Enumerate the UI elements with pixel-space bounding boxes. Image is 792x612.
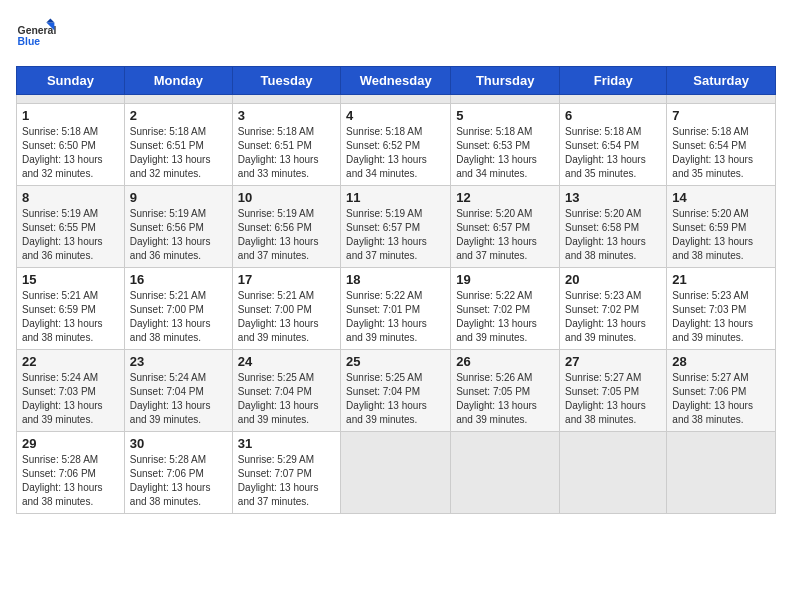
calendar-cell: 16 Sunrise: 5:21 AM Sunset: 7:00 PM Dayl… — [124, 268, 232, 350]
sunrise-label: Sunrise: 5:26 AM — [456, 372, 532, 383]
sunrise-label: Sunrise: 5:21 AM — [130, 290, 206, 301]
daylight-minutes: and 32 minutes. — [130, 168, 201, 179]
daylight-label: Daylight: 13 hours — [22, 400, 103, 411]
daylight-label: Daylight: 13 hours — [346, 318, 427, 329]
calendar-cell: 4 Sunrise: 5:18 AM Sunset: 6:52 PM Dayli… — [341, 104, 451, 186]
calendar-cell: 28 Sunrise: 5:27 AM Sunset: 7:06 PM Dayl… — [667, 350, 776, 432]
daylight-minutes: and 38 minutes. — [22, 496, 93, 507]
sunrise-label: Sunrise: 5:21 AM — [22, 290, 98, 301]
sunset-label: Sunset: 7:03 PM — [22, 386, 96, 397]
daylight-label: Daylight: 13 hours — [346, 400, 427, 411]
sunrise-label: Sunrise: 5:18 AM — [565, 126, 641, 137]
daylight-label: Daylight: 13 hours — [130, 400, 211, 411]
day-number: 5 — [456, 108, 554, 123]
day-number: 21 — [672, 272, 770, 287]
dow-header-thursday: Thursday — [451, 67, 560, 95]
daylight-label: Daylight: 13 hours — [238, 318, 319, 329]
day-number: 7 — [672, 108, 770, 123]
daylight-minutes: and 39 minutes. — [130, 414, 201, 425]
sunrise-label: Sunrise: 5:28 AM — [22, 454, 98, 465]
daylight-label: Daylight: 13 hours — [238, 400, 319, 411]
sunset-label: Sunset: 7:00 PM — [238, 304, 312, 315]
sunset-label: Sunset: 6:50 PM — [22, 140, 96, 151]
day-number: 17 — [238, 272, 335, 287]
sunset-label: Sunset: 6:51 PM — [238, 140, 312, 151]
daylight-label: Daylight: 13 hours — [238, 154, 319, 165]
calendar-cell: 17 Sunrise: 5:21 AM Sunset: 7:00 PM Dayl… — [232, 268, 340, 350]
daylight-label: Daylight: 13 hours — [346, 236, 427, 247]
sunrise-label: Sunrise: 5:18 AM — [346, 126, 422, 137]
sunset-label: Sunset: 6:59 PM — [22, 304, 96, 315]
sunset-label: Sunset: 6:55 PM — [22, 222, 96, 233]
calendar-cell: 22 Sunrise: 5:24 AM Sunset: 7:03 PM Dayl… — [17, 350, 125, 432]
cell-content: Sunrise: 5:20 AM Sunset: 6:58 PM Dayligh… — [565, 207, 661, 263]
sunrise-label: Sunrise: 5:22 AM — [346, 290, 422, 301]
cell-content: Sunrise: 5:25 AM Sunset: 7:04 PM Dayligh… — [238, 371, 335, 427]
sunrise-label: Sunrise: 5:27 AM — [672, 372, 748, 383]
day-number: 20 — [565, 272, 661, 287]
day-number: 31 — [238, 436, 335, 451]
calendar-cell — [451, 95, 560, 104]
day-number: 1 — [22, 108, 119, 123]
day-number: 27 — [565, 354, 661, 369]
sunset-label: Sunset: 7:02 PM — [565, 304, 639, 315]
day-number: 9 — [130, 190, 227, 205]
daylight-minutes: and 39 minutes. — [238, 332, 309, 343]
cell-content: Sunrise: 5:21 AM Sunset: 7:00 PM Dayligh… — [238, 289, 335, 345]
day-number: 15 — [22, 272, 119, 287]
cell-content: Sunrise: 5:19 AM Sunset: 6:56 PM Dayligh… — [130, 207, 227, 263]
sunrise-label: Sunrise: 5:23 AM — [565, 290, 641, 301]
daylight-minutes: and 33 minutes. — [238, 168, 309, 179]
sunrise-label: Sunrise: 5:29 AM — [238, 454, 314, 465]
day-number: 28 — [672, 354, 770, 369]
sunrise-label: Sunrise: 5:28 AM — [130, 454, 206, 465]
calendar-cell: 30 Sunrise: 5:28 AM Sunset: 7:06 PM Dayl… — [124, 432, 232, 514]
calendar-cell — [341, 95, 451, 104]
day-number: 2 — [130, 108, 227, 123]
daylight-label: Daylight: 13 hours — [456, 400, 537, 411]
sunrise-label: Sunrise: 5:23 AM — [672, 290, 748, 301]
calendar-cell: 10 Sunrise: 5:19 AM Sunset: 6:56 PM Dayl… — [232, 186, 340, 268]
cell-content: Sunrise: 5:18 AM Sunset: 6:54 PM Dayligh… — [565, 125, 661, 181]
daylight-minutes: and 37 minutes. — [456, 250, 527, 261]
daylight-minutes: and 38 minutes. — [565, 250, 636, 261]
daylight-label: Daylight: 13 hours — [22, 154, 103, 165]
sunrise-label: Sunrise: 5:20 AM — [565, 208, 641, 219]
day-number: 26 — [456, 354, 554, 369]
calendar-cell — [17, 95, 125, 104]
cell-content: Sunrise: 5:29 AM Sunset: 7:07 PM Dayligh… — [238, 453, 335, 509]
day-number: 29 — [22, 436, 119, 451]
calendar-cell: 20 Sunrise: 5:23 AM Sunset: 7:02 PM Dayl… — [560, 268, 667, 350]
calendar-cell — [560, 432, 667, 514]
daylight-minutes: and 36 minutes. — [130, 250, 201, 261]
sunrise-label: Sunrise: 5:18 AM — [22, 126, 98, 137]
page-header: General Blue — [16, 16, 776, 56]
cell-content: Sunrise: 5:18 AM Sunset: 6:51 PM Dayligh… — [130, 125, 227, 181]
sunrise-label: Sunrise: 5:21 AM — [238, 290, 314, 301]
calendar-cell — [232, 95, 340, 104]
sunrise-label: Sunrise: 5:19 AM — [130, 208, 206, 219]
calendar-cell — [341, 432, 451, 514]
cell-content: Sunrise: 5:18 AM Sunset: 6:52 PM Dayligh… — [346, 125, 445, 181]
calendar-cell: 27 Sunrise: 5:27 AM Sunset: 7:05 PM Dayl… — [560, 350, 667, 432]
cell-content: Sunrise: 5:23 AM Sunset: 7:02 PM Dayligh… — [565, 289, 661, 345]
daylight-minutes: and 39 minutes. — [238, 414, 309, 425]
sunrise-label: Sunrise: 5:24 AM — [130, 372, 206, 383]
sunrise-label: Sunrise: 5:25 AM — [238, 372, 314, 383]
daylight-minutes: and 38 minutes. — [672, 414, 743, 425]
sunrise-label: Sunrise: 5:19 AM — [346, 208, 422, 219]
cell-content: Sunrise: 5:18 AM Sunset: 6:51 PM Dayligh… — [238, 125, 335, 181]
daylight-minutes: and 38 minutes. — [672, 250, 743, 261]
day-number: 16 — [130, 272, 227, 287]
day-number: 13 — [565, 190, 661, 205]
sunset-label: Sunset: 7:04 PM — [238, 386, 312, 397]
day-number: 4 — [346, 108, 445, 123]
sunrise-label: Sunrise: 5:20 AM — [456, 208, 532, 219]
daylight-label: Daylight: 13 hours — [565, 318, 646, 329]
sunset-label: Sunset: 6:56 PM — [130, 222, 204, 233]
cell-content: Sunrise: 5:19 AM Sunset: 6:55 PM Dayligh… — [22, 207, 119, 263]
calendar-cell: 26 Sunrise: 5:26 AM Sunset: 7:05 PM Dayl… — [451, 350, 560, 432]
day-number: 8 — [22, 190, 119, 205]
day-number: 11 — [346, 190, 445, 205]
cell-content: Sunrise: 5:26 AM Sunset: 7:05 PM Dayligh… — [456, 371, 554, 427]
